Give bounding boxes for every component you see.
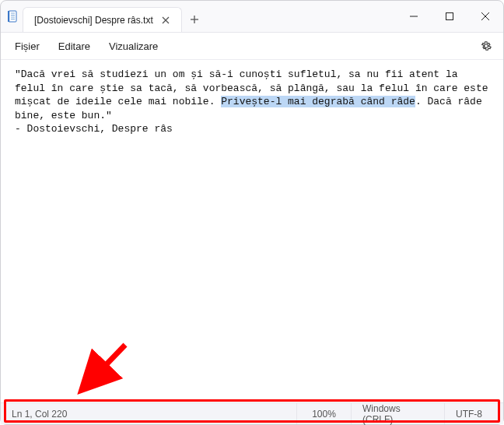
tab-active[interactable]: [Dostoievschi] Despre râs.txt: [23, 7, 182, 32]
status-line-ending[interactable]: Windows (CRLF): [351, 403, 444, 424]
tab-strip: [Dostoievschi] Despre râs.txt: [23, 1, 207, 32]
text-selection: Privește-l mai degrabă când râde: [221, 96, 415, 107]
gear-icon: [480, 40, 492, 52]
status-position[interactable]: Ln 1, Col 220: [1, 403, 296, 424]
notepad-window: [Dostoievschi] Despre râs.txt Fișier Edi…: [0, 0, 504, 425]
settings-button[interactable]: [474, 33, 499, 58]
window-controls: [396, 1, 503, 32]
menu-edit[interactable]: Editare: [49, 36, 100, 57]
text-editor[interactable]: "Dacă vrei să studiezi un om și să-i cun…: [1, 60, 503, 402]
status-encoding[interactable]: UTF-8: [444, 403, 503, 424]
new-tab-button[interactable]: [182, 7, 207, 32]
minimize-button[interactable]: [396, 1, 432, 32]
menu-view[interactable]: Vizualizare: [100, 36, 167, 57]
menu-file[interactable]: Fișier: [5, 36, 49, 57]
close-tab-icon[interactable]: [159, 14, 172, 26]
menu-bar: Fișier Editare Vizualizare: [1, 32, 503, 60]
maximize-button[interactable]: [432, 1, 467, 32]
tab-title: [Dostoievschi] Despre râs.txt: [34, 15, 153, 26]
close-window-button[interactable]: [467, 1, 503, 32]
status-zoom[interactable]: 100%: [296, 403, 351, 424]
app-icon: [4, 1, 23, 32]
svg-rect-1: [8, 11, 9, 22]
svg-rect-11: [446, 13, 453, 20]
svg-rect-0: [9, 11, 16, 22]
status-bar: Ln 1, Col 220 100% Windows (CRLF) UTF-8: [1, 402, 503, 424]
title-bar[interactable]: [Dostoievschi] Despre râs.txt: [1, 1, 503, 32]
